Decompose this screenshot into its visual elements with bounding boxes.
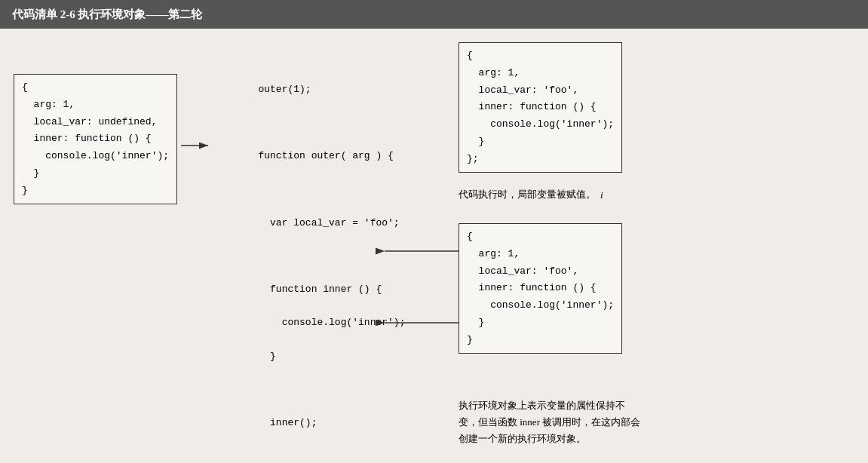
right-bottom-exec-obj: { arg: 1, local_var: 'foo', inner: funct… — [459, 223, 622, 354]
right-top-note-text: 代码执行时，局部变量被赋值。 — [459, 187, 596, 203]
header-title: 代码清单 2-6 执行环境对象——第二轮 — [12, 8, 203, 22]
note-italic-i: i — [600, 187, 603, 204]
right-bottom-obj-content: { arg: 1, local_var: 'foo', inner: funct… — [459, 223, 622, 354]
page-container: 代码清单 2-6 执行环境对象——第二轮 { arg: 1, local_var… — [0, 0, 868, 463]
middle-panel: outer(1); function outer( arg ) { var lo… — [204, 36, 452, 463]
code-line-close-inner: } — [258, 351, 275, 362]
code-line-func-inner: function inner () { — [258, 284, 382, 295]
code-line-var: var local_var = 'foo'; — [258, 217, 399, 228]
right-panel: { arg: 1, local_var: 'foo', inner: funct… — [452, 36, 852, 463]
code-line-func-outer: function outer( arg ) { — [258, 150, 393, 161]
right-top-note-container: 代码执行时，局部变量被赋值。 i — [459, 187, 603, 204]
header-bar: 代码清单 2-6 执行环境对象——第二轮 — [0, 0, 868, 29]
left-exec-obj: { arg: 1, local_var: undefined, inner: f… — [14, 74, 177, 204]
code-line-inner-call: inner(); — [258, 417, 317, 428]
code-line-console-inner: console.log('inner'); — [258, 317, 405, 328]
middle-code: outer(1); function outer( arg ) { var lo… — [211, 65, 445, 463]
code-line-outer-call: outer(1); — [258, 84, 311, 95]
right-top-obj-content: { arg: 1, local_var: 'foo', inner: funct… — [459, 42, 622, 173]
right-bottom-note: 执行环境对象上表示变量的属性保持不 变，但当函数 inner 被调用时，在这内部… — [459, 382, 805, 448]
left-panel: { arg: 1, local_var: undefined, inner: f… — [0, 36, 204, 463]
right-bottom-note-text: 执行环境对象上表示变量的属性保持不 变，但当函数 inner 被调用时，在这内部… — [459, 400, 640, 444]
right-top-exec-obj: { arg: 1, local_var: 'foo', inner: funct… — [459, 42, 622, 173]
content-area: { arg: 1, local_var: undefined, inner: f… — [0, 29, 868, 463]
